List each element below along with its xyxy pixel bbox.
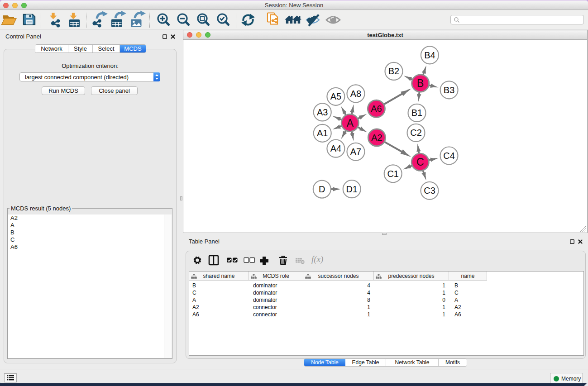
svg-text:D: D <box>319 184 325 194</box>
svg-text:B2: B2 <box>388 66 399 76</box>
svg-text:C2: C2 <box>410 128 422 138</box>
svg-text:A8: A8 <box>350 89 361 99</box>
svg-text:C1: C1 <box>387 169 399 179</box>
svg-text:A3: A3 <box>317 107 328 117</box>
svg-text:A: A <box>347 117 354 129</box>
svg-text:A2: A2 <box>371 133 382 143</box>
svg-text:A4: A4 <box>330 143 341 153</box>
svg-text:C: C <box>416 156 424 168</box>
svg-text:A7: A7 <box>350 147 361 157</box>
svg-text:C4: C4 <box>443 151 455 161</box>
svg-text:A1: A1 <box>317 128 328 138</box>
svg-text:C3: C3 <box>424 186 435 195</box>
svg-text:B3: B3 <box>444 85 454 95</box>
svg-text:B4: B4 <box>424 50 435 60</box>
svg-text:B1: B1 <box>411 108 422 118</box>
svg-text:A5: A5 <box>330 91 341 101</box>
svg-text:D1: D1 <box>346 184 358 194</box>
svg-text:B: B <box>417 77 424 89</box>
svg-text:A6: A6 <box>371 104 382 114</box>
